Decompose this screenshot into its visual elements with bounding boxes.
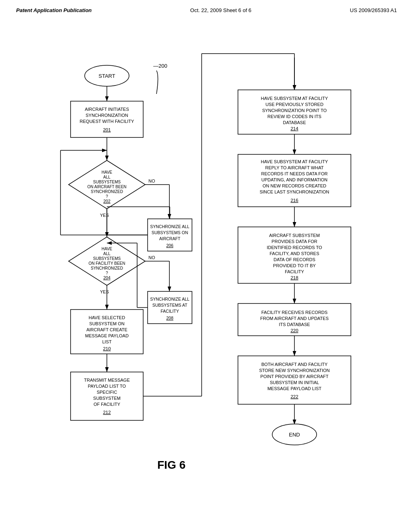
svg-text:?: ?: [106, 271, 108, 275]
svg-text:BOTH AIRCRAFT AND FACILITY: BOTH AIRCRAFT AND FACILITY: [261, 362, 328, 367]
svg-text:POINT PROVIDED BY AIRCRAFT: POINT PROVIDED BY AIRCRAFT: [261, 374, 329, 379]
svg-text:OF FACILITY: OF FACILITY: [94, 402, 121, 407]
svg-text:NO: NO: [148, 179, 155, 183]
svg-text:FACILITY: FACILITY: [285, 269, 304, 274]
svg-text:REPLY TO AIRCRAFT WHAT: REPLY TO AIRCRAFT WHAT: [265, 165, 324, 170]
svg-text:?: ?: [106, 194, 108, 199]
svg-text:USE PREVIOUSLY STORED: USE PREVIOUSLY STORED: [265, 102, 323, 107]
svg-text:IDENTIFIED RECORDS TO: IDENTIFIED RECORDS TO: [267, 245, 322, 250]
svg-text:HAVE SUBSYSTEM AT FACILITY: HAVE SUBSYSTEM AT FACILITY: [261, 159, 328, 164]
svg-text:FIG 6: FIG 6: [157, 459, 186, 471]
svg-text:SUBSYSTEMS: SUBSYSTEMS: [93, 180, 121, 184]
svg-text:HAVE: HAVE: [102, 247, 113, 251]
svg-text:SPECIFIC: SPECIFIC: [97, 390, 117, 395]
svg-text:UPDATING, AND INFORMATION: UPDATING, AND INFORMATION: [261, 177, 327, 182]
svg-text:AIRCRAFT CREATE: AIRCRAFT CREATE: [86, 327, 127, 332]
svg-text:218: 218: [290, 275, 298, 280]
svg-text:LIST: LIST: [102, 339, 112, 344]
svg-text:HAVE SUBSYSTEM AT FACILITY: HAVE SUBSYSTEM AT FACILITY: [261, 96, 328, 101]
header-right: US 2009/265393 A1: [350, 7, 397, 13]
svg-text:201: 201: [103, 127, 111, 132]
svg-text:END: END: [289, 432, 300, 438]
svg-text:PROVIDES DATA FOR: PROVIDES DATA FOR: [271, 239, 317, 244]
svg-text:DATABASE: DATABASE: [283, 120, 306, 125]
svg-text:REQUEST WITH FACILITY: REQUEST WITH FACILITY: [80, 119, 135, 124]
svg-text:216: 216: [290, 198, 298, 203]
svg-text:ON FACILITY BEEN: ON FACILITY BEEN: [89, 261, 125, 266]
svg-text:YES: YES: [100, 289, 109, 294]
svg-text:FACILITY: FACILITY: [161, 309, 179, 314]
svg-text:SUBSYSTEM ON: SUBSYSTEM ON: [89, 321, 124, 326]
svg-text:SUBSYSTEM IN INITIAL: SUBSYSTEM IN INITIAL: [270, 380, 319, 385]
svg-text:SINCE LAST SYNCHRONIZATION: SINCE LAST SYNCHRONIZATION: [260, 189, 330, 194]
header: Patent Application Publication Oct. 22, …: [0, 0, 413, 13]
svg-text:210: 210: [103, 346, 111, 351]
svg-text:START: START: [98, 73, 115, 79]
svg-text:ALL: ALL: [103, 251, 111, 256]
svg-text:—200: —200: [153, 63, 167, 69]
svg-text:208: 208: [166, 316, 173, 320]
svg-text:SUBSYSTEMS AT: SUBSYSTEMS AT: [152, 303, 188, 308]
svg-text:SUBSYSTEMS: SUBSYSTEMS: [93, 256, 121, 261]
svg-text:220: 220: [290, 328, 298, 333]
svg-text:202: 202: [103, 199, 111, 204]
svg-text:ON NEW RECORDS CREATED: ON NEW RECORDS CREATED: [263, 183, 326, 188]
svg-text:SYNCHRONIZE ALL: SYNCHRONIZE ALL: [150, 224, 190, 229]
flowchart-svg: START —200 AIRCRAFT INITIATES SYNCHRONIZ…: [0, 17, 413, 513]
svg-text:REVIEW ID CODES IN ITS: REVIEW ID CODES IN ITS: [267, 114, 321, 119]
svg-text:204: 204: [103, 275, 111, 280]
svg-text:HAVE: HAVE: [102, 170, 113, 175]
svg-text:SYNCHRONIZATION: SYNCHRONIZATION: [86, 113, 128, 118]
svg-text:TRANSMIT MESSAGE: TRANSMIT MESSAGE: [84, 378, 129, 382]
svg-text:PROVIDED TO IT BY: PROVIDED TO IT BY: [273, 263, 316, 268]
svg-text:ITS DATABASE: ITS DATABASE: [279, 322, 310, 327]
svg-text:RECORDS IT NEEDS DATA FOR: RECORDS IT NEEDS DATA FOR: [261, 171, 327, 176]
svg-text:SYNCHRONIZE ALL: SYNCHRONIZE ALL: [150, 297, 190, 301]
svg-text:NO: NO: [148, 255, 155, 260]
svg-text:MESSAGE PAYLOAD LIST: MESSAGE PAYLOAD LIST: [267, 386, 321, 391]
svg-text:214: 214: [290, 126, 298, 131]
header-left: Patent Application Publication: [16, 7, 92, 13]
svg-text:206: 206: [166, 243, 173, 248]
svg-text:AIRCRAFT SUBSYSTEM: AIRCRAFT SUBSYSTEM: [269, 233, 320, 238]
svg-text:212: 212: [103, 410, 111, 415]
diagram-area: START —200 AIRCRAFT INITIATES SYNCHRONIZ…: [0, 17, 413, 513]
svg-text:FACILITY RECEIVES RECORDS: FACILITY RECEIVES RECORDS: [261, 310, 327, 315]
svg-text:HAVE SELECTED: HAVE SELECTED: [89, 315, 125, 320]
header-center: Oct. 22, 2009 Sheet 6 of 6: [190, 7, 252, 13]
svg-text:SYNCHRONIZED: SYNCHRONIZED: [91, 189, 123, 194]
svg-text:AIRCRAFT: AIRCRAFT: [159, 236, 181, 241]
svg-text:SUBSYSTEMS ON: SUBSYSTEMS ON: [152, 230, 188, 235]
svg-text:AIRCRAFT INITIATES: AIRCRAFT INITIATES: [85, 107, 129, 112]
svg-text:YES: YES: [100, 213, 109, 218]
svg-text:MESSAGE PAYLOAD: MESSAGE PAYLOAD: [85, 333, 129, 338]
svg-text:222: 222: [290, 394, 298, 399]
svg-text:SUBSYSTEM: SUBSYSTEM: [93, 396, 121, 401]
svg-text:ON AIRCRAFT BEEN: ON AIRCRAFT BEEN: [87, 185, 126, 189]
svg-text:PAYLOAD LIST TO: PAYLOAD LIST TO: [88, 384, 126, 389]
svg-text:SYNCHRONIZATION POINT TO: SYNCHRONIZATION POINT TO: [262, 108, 327, 113]
svg-text:FACILITY, AND STORES: FACILITY, AND STORES: [269, 251, 319, 256]
svg-text:STORE NEW SYNCHRONIZATION: STORE NEW SYNCHRONIZATION: [259, 368, 330, 373]
svg-text:SYNCHRONIZED: SYNCHRONIZED: [91, 266, 123, 270]
svg-text:DATA OF RECORDS: DATA OF RECORDS: [273, 257, 315, 262]
svg-text:FROM AIRCRAFT AND UPDATES: FROM AIRCRAFT AND UPDATES: [260, 316, 329, 321]
svg-text:ALL: ALL: [103, 175, 111, 179]
